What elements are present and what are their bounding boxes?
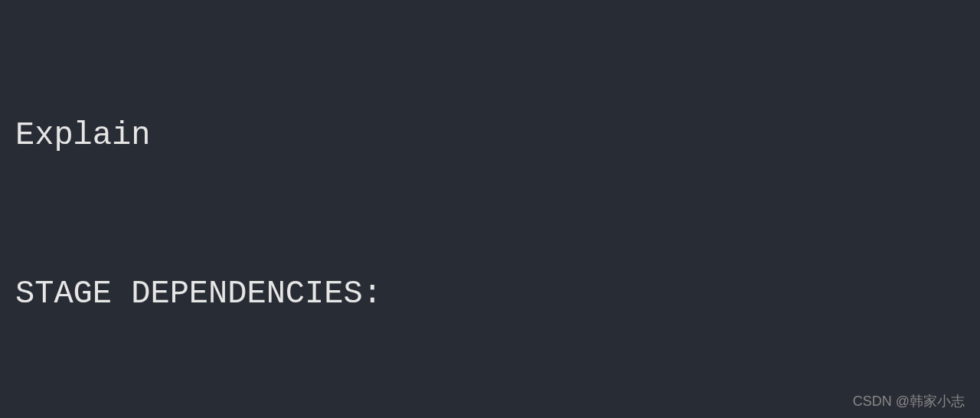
terminal-output: Explain STAGE DEPENDENCIES: Stage-6 is a… [15, 15, 965, 418]
watermark-text: CSDN @韩家小志 [853, 391, 965, 412]
code-line: Explain [15, 112, 965, 160]
code-line: STAGE DEPENDENCIES: [15, 270, 965, 318]
